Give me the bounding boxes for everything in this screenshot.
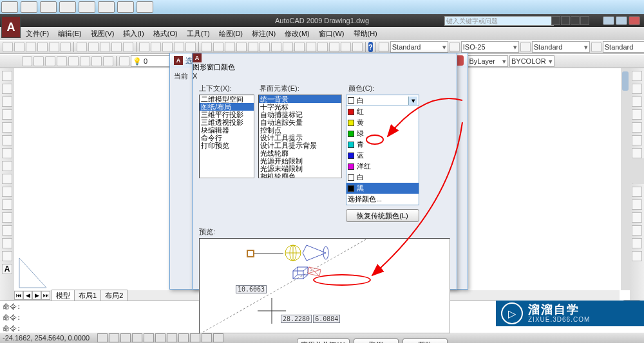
- element-item[interactable]: 控制点: [259, 126, 341, 134]
- tool-icon[interactable]: [2, 148, 12, 158]
- task-icon[interactable]: [117, 1, 134, 13]
- tool-icon[interactable]: [185, 42, 196, 52]
- tool-icon[interactable]: [632, 251, 642, 261]
- task-icon[interactable]: [98, 1, 115, 13]
- context-item[interactable]: 命令行: [200, 134, 254, 142]
- help-icon[interactable]: ?: [368, 42, 373, 52]
- tool-icon[interactable]: [91, 56, 102, 66]
- tool-icon[interactable]: [123, 42, 133, 52]
- element-item[interactable]: 相机轮廓色: [259, 172, 341, 178]
- text-tool-icon[interactable]: A: [2, 264, 12, 274]
- menu-tools[interactable]: 工具(T): [183, 27, 214, 40]
- menu-format[interactable]: 格式(O): [149, 27, 182, 40]
- tool-icon[interactable]: [2, 212, 12, 223]
- tool-icon[interactable]: [306, 42, 316, 52]
- task-icon[interactable]: [79, 1, 95, 13]
- tool-icon[interactable]: [2, 84, 12, 94]
- tool-icon[interactable]: [260, 42, 270, 52]
- element-listbox[interactable]: 统一背景十字光标自动捕捉标记自动追踪矢量控制点设计工具提示设计工具提示背景光线轮…: [258, 95, 342, 178]
- tool-icon[interactable]: [2, 225, 12, 236]
- tool-icon[interactable]: [139, 42, 149, 52]
- style-combo[interactable]: Standard▾: [390, 41, 448, 53]
- color-option[interactable]: 选择颜色...: [346, 194, 419, 205]
- tool-icon[interactable]: [2, 109, 12, 120]
- tool-icon[interactable]: [202, 42, 212, 52]
- context-item[interactable]: 块编辑器: [200, 126, 254, 134]
- status-toggle[interactable]: [144, 333, 154, 342]
- element-item[interactable]: 设计工具提示背景: [259, 142, 341, 149]
- tool-icon[interactable]: [2, 135, 12, 145]
- tool-icon[interactable]: [111, 42, 122, 52]
- menu-window[interactable]: 窗口(W): [315, 27, 348, 40]
- menu-edit[interactable]: 编辑(E): [54, 27, 86, 40]
- tool-icon[interactable]: [162, 42, 173, 52]
- tool-icon[interactable]: [2, 187, 12, 197]
- tool-icon[interactable]: [225, 42, 235, 52]
- context-listbox[interactable]: 二维模型空间图纸/布局三维平行投影三维透视投影块编辑器命令行打印预览: [199, 95, 254, 178]
- task-icon[interactable]: [1, 1, 18, 13]
- menu-draw[interactable]: 绘图(D): [215, 27, 247, 40]
- tool-icon[interactable]: [294, 42, 305, 52]
- tab-model[interactable]: 模型: [52, 290, 75, 301]
- tool-icon[interactable]: [591, 42, 601, 52]
- tool-icon[interactable]: [329, 42, 339, 52]
- task-icon[interactable]: [137, 1, 153, 13]
- tab-nav-first[interactable]: ⏮: [14, 291, 23, 300]
- extra-icon[interactable]: [580, 16, 589, 25]
- element-item[interactable]: 自动捕捉标记: [259, 111, 341, 118]
- element-item[interactable]: 光源开始限制: [259, 157, 341, 165]
- tab-nav-prev[interactable]: ◀: [23, 291, 32, 300]
- dimstyle-combo[interactable]: ISO-25▾: [461, 41, 519, 53]
- tool-icon[interactable]: [352, 42, 363, 52]
- tool-icon[interactable]: [632, 238, 642, 248]
- element-item[interactable]: 十字光标: [259, 103, 341, 111]
- context-item[interactable]: 图纸/布局: [200, 103, 254, 111]
- color-option[interactable]: 黄: [346, 117, 419, 128]
- tool-icon[interactable]: [100, 42, 110, 52]
- tab-nav-last[interactable]: ⏭: [41, 291, 50, 300]
- tool-icon[interactable]: [49, 42, 59, 52]
- tool-icon[interactable]: [213, 42, 223, 52]
- tool-icon[interactable]: [2, 251, 12, 261]
- tool-icon[interactable]: [341, 42, 351, 52]
- vertical-scrollbar[interactable]: [621, 68, 630, 290]
- tool-icon[interactable]: [632, 71, 642, 81]
- menu-file[interactable]: 文件(F): [22, 27, 53, 40]
- context-item[interactable]: 二维模型空间: [200, 95, 254, 103]
- maximize-button[interactable]: [616, 16, 627, 25]
- tool-icon[interactable]: [2, 71, 12, 81]
- help-search-input[interactable]: 键入关键字或问题: [444, 16, 554, 26]
- tool-icon[interactable]: [61, 42, 71, 52]
- menu-insert[interactable]: 插入(I): [119, 27, 147, 40]
- tool-icon[interactable]: [317, 42, 328, 52]
- tool-icon[interactable]: [33, 56, 44, 66]
- tool-icon[interactable]: [632, 135, 642, 145]
- task-icon[interactable]: [21, 1, 37, 13]
- tool-icon[interactable]: [248, 42, 258, 52]
- tool-icon[interactable]: [57, 56, 67, 66]
- tool-icon[interactable]: [80, 56, 90, 66]
- tool-icon[interactable]: [632, 148, 642, 158]
- menu-modify[interactable]: 修改(M): [281, 27, 314, 40]
- help-button[interactable]: 帮助: [402, 338, 448, 343]
- tool-icon[interactable]: [632, 122, 642, 133]
- tool-icon[interactable]: [271, 42, 281, 52]
- color-option[interactable]: 红: [346, 106, 419, 117]
- color-option[interactable]: 黑: [346, 183, 419, 194]
- close-button[interactable]: [629, 16, 640, 25]
- tablestyle-combo[interactable]: Standard▾: [532, 41, 590, 53]
- tool-icon[interactable]: [2, 199, 12, 210]
- status-toggle[interactable]: [109, 333, 119, 342]
- close-icon[interactable]: X: [193, 72, 457, 80]
- tool-icon[interactable]: [2, 97, 12, 107]
- tool-icon[interactable]: [2, 122, 12, 133]
- tool-icon[interactable]: [26, 42, 36, 52]
- mleaderstyle-combo[interactable]: Standard▾: [603, 41, 644, 53]
- element-item[interactable]: 设计工具提示: [259, 134, 341, 142]
- tool-icon[interactable]: [632, 84, 642, 94]
- status-toggle[interactable]: [132, 333, 142, 342]
- tool-icon[interactable]: [45, 56, 55, 66]
- task-icon[interactable]: [59, 1, 76, 13]
- app-logo[interactable]: A: [1, 16, 21, 38]
- cancel-button[interactable]: 取消: [354, 338, 399, 343]
